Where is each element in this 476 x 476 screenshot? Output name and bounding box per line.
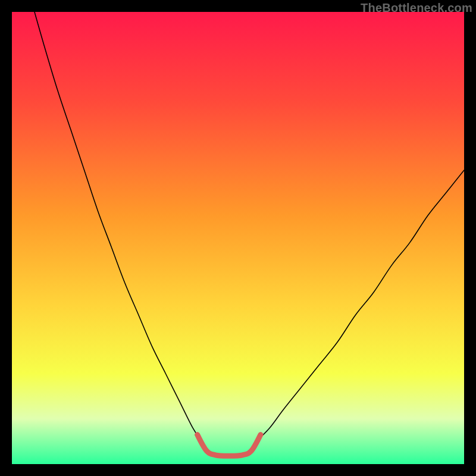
watermark-text: TheBottleneck.com bbox=[361, 1, 472, 15]
chart-container: TheBottleneck.com bbox=[0, 0, 476, 476]
plot-area bbox=[12, 12, 464, 464]
chart-background bbox=[12, 12, 464, 464]
chart-svg bbox=[12, 12, 464, 464]
